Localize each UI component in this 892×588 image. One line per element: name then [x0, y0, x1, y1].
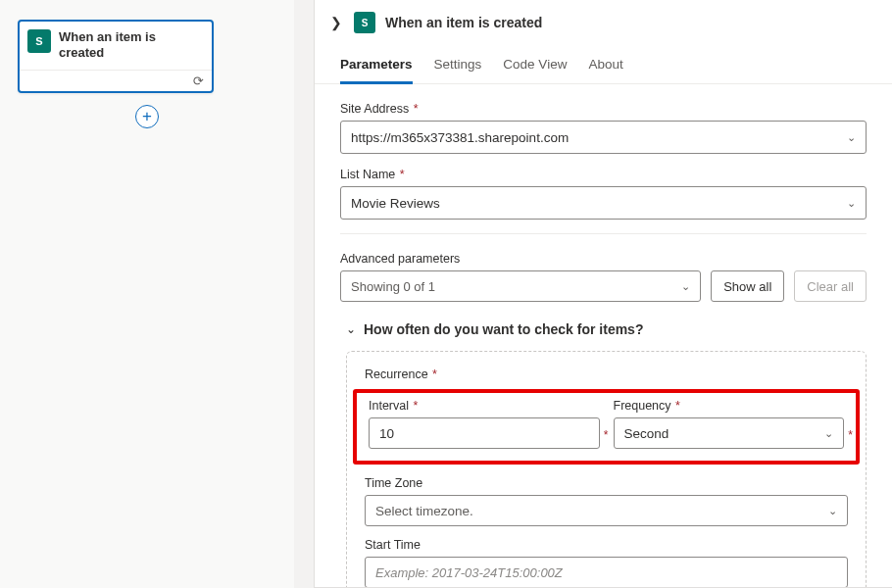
panel-tabs: Parameters Settings Code View About [315, 37, 892, 84]
advanced-showing-text: Showing 0 of 1 [351, 279, 435, 294]
tab-about[interactable]: About [588, 57, 622, 84]
time-zone-placeholder: Select timezone. [375, 504, 473, 518]
chevron-down-icon: ⌄ [847, 197, 856, 210]
highlight-interval-frequency: Interval * * Frequency * Second ⌄ * [353, 389, 860, 465]
time-zone-label: Time Zone [365, 476, 848, 490]
show-all-button[interactable]: Show all [711, 270, 784, 302]
field-frequency: Frequency * Second ⌄ * [614, 399, 845, 449]
frequency-label: Frequency * [614, 399, 845, 413]
field-time-zone: Time Zone Select timezone. ⌄ [365, 476, 848, 526]
advanced-parameters-row: Showing 0 of 1 ⌄ Show all Clear all [340, 270, 867, 302]
chevron-down-icon: ⌄ [824, 427, 833, 440]
trigger-card-footer: ⟲ [20, 70, 212, 91]
trigger-card-header: S When an item is created [20, 22, 212, 70]
designer-canvas: S When an item is created ⟲ + [0, 0, 294, 588]
tab-code-view[interactable]: Code View [503, 57, 567, 84]
chevron-down-icon: ⌄ [681, 280, 690, 293]
field-site-address: Site Address * https://m365x373381.share… [340, 102, 867, 154]
chevron-down-icon: ⌄ [346, 322, 356, 336]
list-name-label: List Name * [340, 168, 867, 181]
interval-input[interactable] [369, 417, 600, 449]
properties-panel: ❯ S When an item is created Parameters S… [314, 0, 892, 588]
required-indicator: * [848, 428, 853, 442]
time-zone-select[interactable]: Select timezone. ⌄ [365, 495, 848, 526]
frequency-select[interactable]: Second ⌄ [614, 417, 845, 449]
list-name-select[interactable]: Movie Reviews ⌄ [340, 186, 867, 220]
chevron-down-icon: ⌄ [828, 505, 837, 517]
site-address-select[interactable]: https://m365x373381.sharepoint.com ⌄ [340, 121, 867, 154]
panel-body: Site Address * https://m365x373381.share… [315, 84, 892, 587]
trigger-card-title: When an item is created [59, 29, 202, 62]
trigger-card[interactable]: S When an item is created ⟲ [18, 20, 214, 93]
recurrence-group: Recurrence * Interval * * Frequency * Se… [346, 351, 867, 587]
add-step-button[interactable]: + [135, 105, 159, 128]
collapse-chevron-icon[interactable]: ❯ [328, 13, 344, 32]
panel-title: When an item is created [385, 15, 542, 30]
divider [340, 233, 867, 234]
site-address-label: Site Address * [340, 102, 867, 116]
start-time-input[interactable]: Example: 2017-03-24T15:00:00Z [365, 557, 848, 587]
list-name-value: Movie Reviews [351, 196, 440, 211]
start-time-label: Start Time [365, 538, 848, 552]
field-list-name: List Name * Movie Reviews ⌄ [340, 168, 867, 220]
section-toggle[interactable]: ⌄ How often do you want to check for ite… [346, 321, 867, 337]
section-title: How often do you want to check for items… [364, 321, 643, 337]
tab-parameters[interactable]: Parameters [340, 57, 413, 84]
frequency-value: Second [624, 426, 669, 441]
start-time-placeholder: Example: 2017-03-24T15:00:00Z [375, 565, 563, 580]
interval-label: Interval * [369, 399, 600, 413]
field-interval: Interval * * [369, 399, 600, 449]
required-indicator: * [604, 428, 609, 442]
field-start-time: Start Time Example: 2017-03-24T15:00:00Z [365, 538, 848, 587]
sharepoint-icon: S [354, 12, 375, 33]
sharepoint-icon: S [27, 29, 51, 53]
advanced-parameters-label: Advanced parameters [340, 252, 867, 266]
chevron-down-icon: ⌄ [847, 131, 856, 144]
advanced-parameters-select[interactable]: Showing 0 of 1 ⌄ [340, 270, 701, 302]
panel-header: ❯ S When an item is created [315, 0, 892, 37]
clear-all-button: Clear all [794, 270, 867, 302]
tab-settings[interactable]: Settings [434, 57, 482, 84]
site-address-value: https://m365x373381.sharepoint.com [351, 130, 569, 145]
recurrence-label: Recurrence * [365, 368, 848, 381]
link-icon: ⟲ [193, 74, 204, 88]
